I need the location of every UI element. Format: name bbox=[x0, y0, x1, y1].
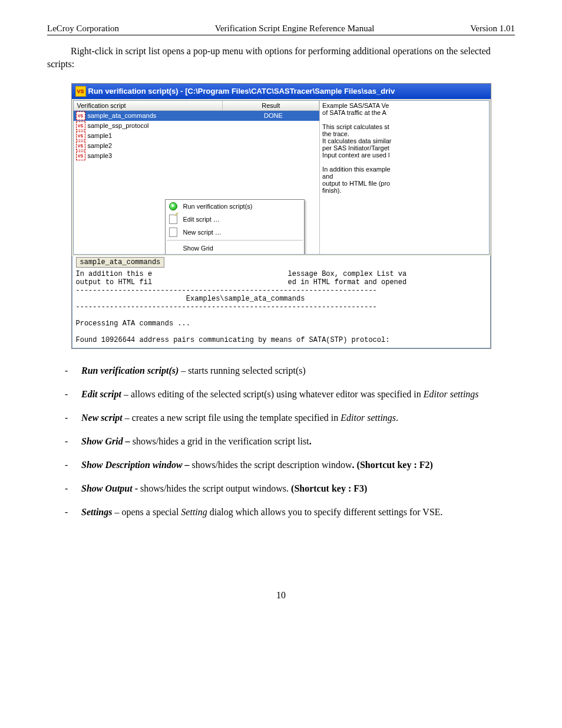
definition: – starts running selected script(s) bbox=[178, 365, 306, 375]
menu-separator bbox=[167, 240, 303, 241]
menu-edit-script[interactable]: Edit script … bbox=[166, 213, 304, 226]
explain-settings: Settings – opens a special Setting dialo… bbox=[65, 505, 515, 519]
page-number: 10 bbox=[47, 590, 515, 601]
list-row[interactable]: VS sample3 bbox=[74, 151, 320, 161]
definition: – opens a special bbox=[112, 507, 181, 517]
header-center: Verification Script Engine Reference Man… bbox=[119, 24, 470, 34]
page-header: LeCroy Corporation Verification Script E… bbox=[47, 24, 515, 35]
list-row[interactable]: VS sample_ssp_protocol bbox=[74, 121, 320, 131]
explain-edit: Edit script – allows editing of the sele… bbox=[65, 387, 515, 401]
output-line: Found 10926644 address pairs communicati… bbox=[76, 336, 390, 344]
result-cell: DONE bbox=[230, 112, 317, 119]
output-line: In addition this e bbox=[76, 270, 153, 278]
term: Edit script bbox=[81, 389, 121, 399]
window-titlebar: VS Run verification script(s) - [C:\Prog… bbox=[72, 84, 491, 99]
script-name: sample3 bbox=[88, 152, 227, 159]
definition-em: Setting bbox=[181, 507, 207, 517]
app-icon: VS bbox=[75, 86, 86, 97]
definition: dialog which allows you to specify diffe… bbox=[207, 507, 443, 517]
output-sep: ----------------------------------------… bbox=[76, 286, 377, 295]
menu-run-scripts[interactable]: Run verification script(s) bbox=[166, 200, 304, 213]
check-placeholder bbox=[168, 243, 178, 253]
script-name: sample_ssp_protocol bbox=[88, 122, 227, 129]
list-row[interactable]: VS sample_ata_commands DONE bbox=[74, 111, 320, 121]
script-name: sample2 bbox=[88, 142, 227, 149]
list-row[interactable]: VS sample1 bbox=[74, 131, 320, 141]
list-row[interactable]: VS sample2 bbox=[74, 141, 320, 151]
header-left: LeCroy Corporation bbox=[47, 24, 119, 34]
definition-em: Editor settings bbox=[424, 389, 479, 399]
term: Run verification script(s) bbox=[81, 365, 178, 375]
script-list-pane: Verification script Result VS sample_ata… bbox=[74, 101, 320, 254]
output-tab[interactable]: sample_ata_commands bbox=[76, 257, 165, 268]
term: Show Grid – bbox=[81, 436, 130, 446]
script-name: sample_ata_commands bbox=[88, 112, 227, 119]
menu-show-grid[interactable]: Show Grid bbox=[166, 242, 304, 254]
list-header: Verification script Result bbox=[74, 101, 320, 111]
output-line: output to HTML fil bbox=[76, 278, 153, 286]
definition: shows/hides the script output windows. bbox=[140, 483, 291, 493]
main-area: Verification script Result VS sample_ata… bbox=[72, 99, 491, 256]
header-right: Version 1.01 bbox=[470, 24, 515, 34]
col-header-script[interactable]: Verification script bbox=[74, 101, 223, 110]
definition: . bbox=[309, 436, 312, 446]
intro-paragraph: Right-click in script list opens a pop-u… bbox=[47, 45, 515, 71]
col-header-result[interactable]: Result bbox=[223, 101, 319, 110]
output-sep: ----------------------------------------… bbox=[76, 303, 377, 311]
term: Show Output bbox=[81, 483, 133, 493]
output-line: ed in HTML format and opened bbox=[288, 278, 407, 286]
term: New script bbox=[81, 413, 123, 423]
app-window: VS Run verification script(s) - [C:\Prog… bbox=[71, 83, 491, 349]
shortcut: (Shortcut key : F3) bbox=[291, 483, 367, 493]
vs-icon: VS bbox=[76, 131, 85, 140]
definition: – allows editing of the selected script(… bbox=[121, 389, 424, 399]
list-body[interactable]: VS sample_ata_commands DONE VS sample_ss… bbox=[74, 111, 320, 254]
shortcut: . (Shortcut key : F2) bbox=[352, 460, 433, 470]
menu-label: Edit script … bbox=[183, 216, 299, 223]
menu-label: Run verification script(s) bbox=[183, 203, 299, 210]
term: Settings bbox=[81, 507, 112, 517]
vs-icon: VS bbox=[76, 141, 85, 150]
term: Show Description window – bbox=[81, 460, 190, 470]
explain-grid: Show Grid – shows/hides a grid in the ve… bbox=[65, 434, 515, 449]
definition: shows/hides a grid in the verification s… bbox=[130, 436, 309, 446]
description-pane: Example SAS/SATA Ve of SATA traffic at t… bbox=[320, 101, 488, 254]
menu-label: Show Grid bbox=[183, 245, 299, 252]
explain-desc-window: Show Description window – shows/hides th… bbox=[65, 458, 515, 472]
explanation-list: Run verification script(s) – starts runn… bbox=[47, 364, 515, 519]
definition-em: Editor settings bbox=[340, 413, 396, 423]
vs-icon: VS bbox=[76, 121, 85, 130]
dash: - bbox=[133, 483, 140, 493]
definition: – creates a new script file using the te… bbox=[123, 413, 341, 423]
definition: . bbox=[396, 413, 398, 423]
vs-icon: VS bbox=[76, 151, 85, 160]
context-menu: Run verification script(s) Edit script …… bbox=[165, 199, 305, 254]
explain-new: New script – creates a new script file u… bbox=[65, 411, 515, 425]
explain-run: Run verification script(s) – starts runn… bbox=[65, 364, 515, 378]
menu-new-script[interactable]: New script … bbox=[166, 226, 304, 239]
window-title: Run verification script(s) - [C:\Program… bbox=[88, 87, 395, 95]
vs-icon: VS bbox=[76, 111, 85, 120]
script-name: sample1 bbox=[88, 132, 227, 139]
menu-label: New script … bbox=[183, 229, 299, 236]
output-line: Processing ATA commands ... bbox=[76, 319, 190, 328]
run-icon bbox=[168, 202, 178, 211]
output-pane: sample_ata_commands In addition this e l… bbox=[72, 256, 491, 348]
edit-icon bbox=[168, 215, 178, 224]
output-line: lessage Box, complex List va bbox=[288, 270, 407, 278]
output-line: Examples\sample_ata_commands bbox=[76, 295, 305, 303]
explain-output: Show Output - shows/hides the script out… bbox=[65, 482, 515, 496]
main-panel: Verification script Result VS sample_ata… bbox=[73, 100, 490, 255]
definition: shows/hides the script description windo… bbox=[190, 460, 352, 470]
new-icon bbox=[168, 228, 178, 237]
